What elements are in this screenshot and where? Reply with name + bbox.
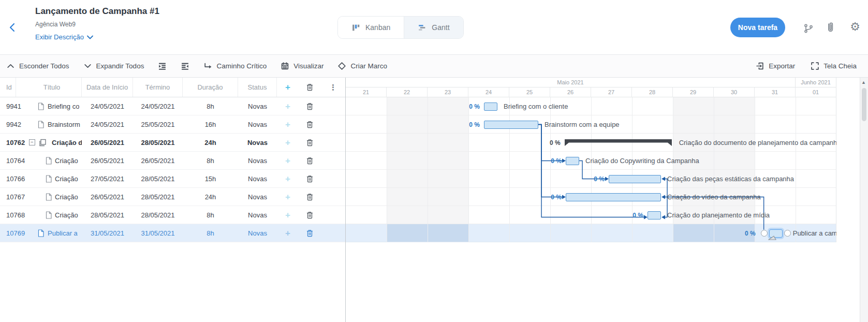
toolbar-label: Exportar <box>769 62 795 70</box>
delete-task-button[interactable] <box>299 170 321 188</box>
link-handle-right[interactable] <box>784 230 791 237</box>
toolbar-view-options-button[interactable]: Visualizar <box>281 62 323 70</box>
toolbar-fullscreen-button[interactable]: Tela Cheia <box>811 62 857 70</box>
gantt-bar[interactable] <box>484 103 497 111</box>
vertical-scrollbar[interactable]: ▲ <box>860 78 868 322</box>
grid-right-edge <box>836 78 836 242</box>
grid-line <box>468 97 469 242</box>
show-description-link[interactable]: Exibir Descrição <box>35 33 93 41</box>
gantt-bar[interactable] <box>648 211 661 219</box>
task-status: Novas <box>238 224 277 242</box>
toolbar-critical-path-button[interactable]: Caminho Crítico <box>203 62 267 70</box>
gantt-chart: Maio 2021Junho 2021212223242526272829303… <box>346 78 836 322</box>
toolbar-collapse-all-button[interactable]: Esconder Todos <box>6 62 69 70</box>
add-subtask-button[interactable]: + <box>277 170 299 188</box>
drag-handle-triangle[interactable] <box>768 235 776 240</box>
table-row[interactable]: 10766Criação27/05/202128/05/202115hNovas… <box>0 170 345 188</box>
add-column-button[interactable]: + <box>277 78 299 97</box>
outdent-icon <box>181 62 189 70</box>
grid-line <box>387 97 387 242</box>
task-duration: 8h <box>183 152 238 170</box>
attachment-paperclip-icon[interactable] <box>824 21 836 34</box>
calendar-icon <box>281 62 289 70</box>
table-row[interactable]: 10767Criação26/05/202128/05/202124hNovas… <box>0 188 345 206</box>
table-row[interactable]: 9942Brainstorm24/05/202125/05/202116hNov… <box>0 115 345 134</box>
task-duration: 8h <box>183 206 238 224</box>
settings-gear-icon[interactable]: ⚙ <box>849 21 861 33</box>
gantt-day-header: 31 <box>755 87 796 97</box>
table-row[interactable]: 9941Briefing co24/05/202124/05/20218hNov… <box>0 97 345 115</box>
dependencies-branch-icon[interactable] <box>802 22 815 35</box>
chevron-down-icon <box>83 62 92 70</box>
new-task-button[interactable]: Nova tarefa <box>730 18 785 37</box>
table-row[interactable]: 10768Criação28/05/202128/05/20218hNovas+ <box>0 206 345 224</box>
grid-line <box>714 97 714 242</box>
table-row[interactable]: 10769Publicar a31/05/202131/05/20218hNov… <box>0 224 345 242</box>
progress-label: 0 % <box>438 121 480 129</box>
view-tab-gantt[interactable]: Gantt <box>404 17 463 38</box>
delete-task-button[interactable] <box>299 188 321 206</box>
gantt-summary-bar[interactable] <box>565 139 673 147</box>
gantt-month-label: Maio 2021 <box>346 78 796 87</box>
toolbar-indent-button[interactable] <box>158 62 167 70</box>
gantt-bar[interactable] <box>566 193 661 201</box>
gantt-day-header: 22 <box>387 87 428 97</box>
grid-line <box>509 97 510 242</box>
table-row[interactable]: 10762−Criação d26/05/202128/05/202124hNo… <box>0 134 345 152</box>
gantt-bar-label: Criação do planejamento de mídia <box>667 211 770 220</box>
add-subtask-button[interactable]: + <box>277 115 299 134</box>
delete-task-button[interactable] <box>299 115 321 134</box>
scroll-up-icon[interactable]: ▲ <box>861 80 866 85</box>
task-title: Briefing co <box>48 97 79 115</box>
delete-column-button[interactable] <box>299 78 321 97</box>
task-table: IdTítuloData de InícioTérminoDuraçãoStat… <box>0 78 345 322</box>
toolbar-label: Esconder Todos <box>19 62 69 70</box>
page-title: Lançamento de Campanha #1 <box>35 6 159 17</box>
task-status: Novas <box>238 115 277 134</box>
add-subtask-button[interactable]: + <box>277 224 299 242</box>
toolbar-label: Visualizar <box>293 62 323 70</box>
delete-task-button[interactable] <box>299 152 321 170</box>
delete-task-button[interactable] <box>299 224 321 242</box>
task-end: 26/05/2021 <box>133 152 183 170</box>
delete-task-button[interactable] <box>299 97 321 115</box>
toolbar-outdent-button[interactable] <box>181 62 189 70</box>
delete-task-button[interactable] <box>299 134 321 152</box>
task-duration: 8h <box>183 97 238 115</box>
toolbar-label: Expandir Todos <box>96 62 144 70</box>
toolbar-expand-all-button[interactable]: Expandir Todos <box>83 62 144 70</box>
task-id: 9942 <box>6 115 21 134</box>
collapse-toggle-icon[interactable]: − <box>29 139 35 145</box>
view-tab-kanban[interactable]: Kanban <box>338 17 404 38</box>
add-subtask-button[interactable]: + <box>277 152 299 170</box>
toolbar-export-button[interactable]: Exportar <box>756 62 795 70</box>
delete-task-button[interactable] <box>299 206 321 224</box>
task-status: Novas <box>238 188 277 206</box>
column-header-data-de-início: Data de Início <box>82 78 133 97</box>
progress-label: 0 % <box>438 103 480 111</box>
link-handle-left[interactable] <box>761 230 768 237</box>
gantt-bar[interactable] <box>484 121 538 129</box>
stacked-documents-icon <box>39 139 47 147</box>
scrollbar-thumb[interactable] <box>862 88 866 121</box>
progress-label: 0 % <box>520 193 562 201</box>
add-subtask-button[interactable]: + <box>277 134 299 152</box>
more-options-kebab-icon[interactable]: ⋮ <box>321 78 345 97</box>
add-subtask-button[interactable]: + <box>277 188 299 206</box>
view-toggle: KanbanGantt <box>337 16 464 39</box>
gantt-bar[interactable] <box>609 175 661 183</box>
gantt-day-header: 29 <box>673 87 714 97</box>
task-title-cell: Criação <box>22 170 82 188</box>
document-icon <box>46 157 52 165</box>
task-status: Novas <box>238 170 277 188</box>
back-button[interactable] <box>8 21 22 34</box>
add-subtask-button[interactable]: + <box>277 97 299 115</box>
table-row[interactable]: 10764Criação26/05/202126/05/20218hNovas+ <box>0 152 345 170</box>
grid-line <box>591 97 592 242</box>
gantt-day-header: 25 <box>509 87 550 97</box>
task-end: 28/05/2021 <box>133 134 183 152</box>
task-title: Publicar a <box>48 224 78 242</box>
add-subtask-button[interactable]: + <box>277 206 299 224</box>
gantt-bar[interactable] <box>566 157 579 165</box>
toolbar-create-milestone-button[interactable]: Criar Marco <box>337 62 387 70</box>
